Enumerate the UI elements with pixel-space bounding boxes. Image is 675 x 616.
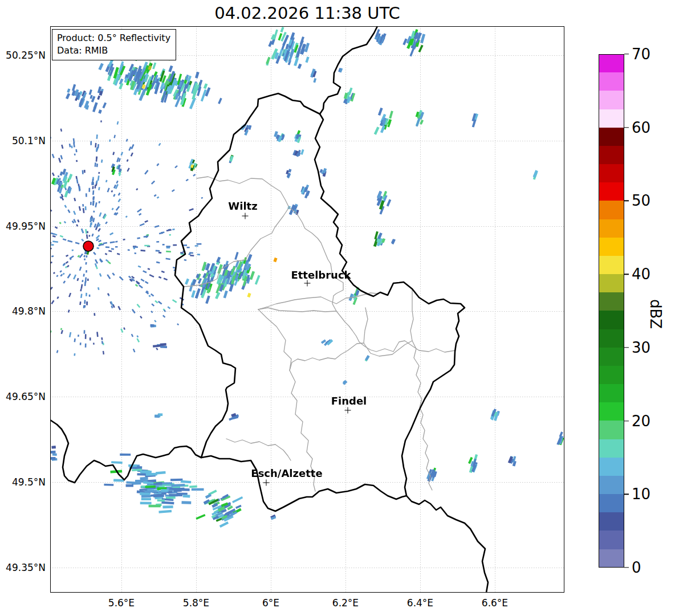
info-product-line: Product: 0.5° Reflectivity [57, 32, 170, 44]
colorbar-tick-label: 30 [632, 339, 650, 356]
y-tick-label: 49.5°N [12, 476, 46, 488]
y-tick-label: 49.8°N [12, 305, 46, 317]
colorbar-axis-label: dBZ [630, 299, 675, 325]
city-label: Esch/Alzette [251, 467, 322, 479]
radar-figure: 04.02.2026 11:38 UTC Product: 0.5° Refle… [0, 0, 675, 616]
colorbar-tick-mark [624, 201, 629, 201]
x-tick-label: 6.4°E [407, 597, 433, 609]
y-tick-label: 49.95°N [6, 221, 46, 232]
plot-title: 04.02.2026 11:38 UTC [50, 3, 564, 23]
colorbar-tick-mark [624, 567, 629, 568]
colorbar-tick-mark [624, 127, 629, 128]
colorbar-tick-label: 60 [632, 119, 650, 136]
x-tick-label: 6.2°E [332, 597, 359, 609]
city-label: Ettelbruck [291, 269, 351, 281]
y-tick-label: 49.65°N [6, 391, 46, 402]
colorbar-tick-mark [624, 421, 629, 421]
colorbar-frame [599, 54, 624, 568]
x-tick-label: 5.6°E [108, 597, 135, 609]
city-label: Findel [331, 395, 367, 407]
radar-map-canvas [50, 26, 564, 593]
city-marker-icon [345, 407, 351, 414]
info-data-line: Data: RMIB [57, 44, 170, 57]
colorbar-tick-label: 0 [632, 559, 641, 576]
x-tick-label: 6.6°E [482, 597, 508, 609]
colorbar-tick-label: 40 [632, 266, 650, 283]
y-tick-label: 50.1°N [12, 135, 46, 146]
city-marker-icon [304, 280, 311, 287]
x-tick-label: 6°E [262, 597, 279, 609]
colorbar-tick-mark [624, 494, 629, 495]
colorbar-tick-label: 70 [632, 46, 650, 63]
colorbar-tick-mark [624, 54, 629, 54]
city-marker-icon [242, 213, 249, 219]
colorbar-tick-label: 50 [632, 192, 650, 209]
y-tick-label: 50.25°N [6, 50, 46, 61]
colorbar-tick-label: 20 [632, 413, 650, 430]
city-label: Wiltz [228, 200, 257, 212]
y-tick-label: 49.35°N [6, 562, 46, 573]
info-box: Product: 0.5° Reflectivity Data: RMIB [52, 29, 176, 60]
colorbar-tick-mark [624, 347, 629, 348]
x-tick-label: 5.8°E [183, 597, 209, 609]
colorbar-tick-label: 10 [632, 486, 650, 503]
city-marker-icon [263, 480, 270, 486]
colorbar-tick-mark [624, 274, 629, 274]
